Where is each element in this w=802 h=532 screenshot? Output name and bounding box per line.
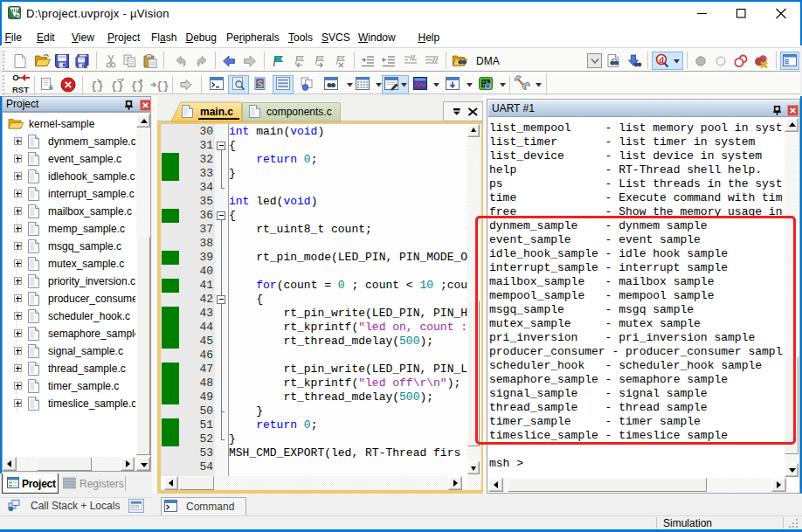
svg-text:d: d <box>659 55 664 65</box>
svg-text:{}: {} <box>111 80 123 93</box>
svg-text:S: S <box>257 79 263 89</box>
svg-text:5: 5 <box>16 11 19 19</box>
svg-text:{}: {} <box>91 80 103 93</box>
svg-text:{}: {} <box>156 80 169 93</box>
svg-text:RST: RST <box>12 85 29 94</box>
svg-text:{}: {} <box>131 80 143 93</box>
